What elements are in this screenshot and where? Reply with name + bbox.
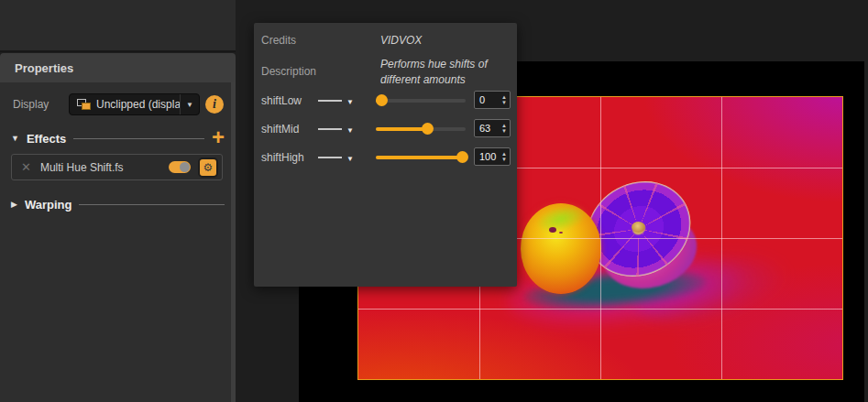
properties-title: Properties <box>15 61 73 75</box>
toggle-knob <box>180 162 190 172</box>
orange-half-center <box>632 222 645 233</box>
description-value: Performs hue shifts of different amounts <box>380 57 518 89</box>
credits-label: Credits <box>261 34 296 47</box>
upper-left-panel <box>0 0 236 52</box>
effect-name: Multi Hue Shift.fs <box>40 161 169 174</box>
display-dropdown[interactable]: Unclipped (displa ▼ <box>69 93 200 115</box>
param-label: shiftLow <box>261 94 302 107</box>
info-icon[interactable]: i <box>205 95 224 114</box>
param-value-field[interactable]: 63 ▲▼ <box>474 119 511 137</box>
gear-icon[interactable]: ⚙ <box>198 158 218 178</box>
spinner-down-icon[interactable]: ▼ <box>501 158 507 162</box>
param-row-shifthigh: shiftHigh ▼ 100 ▲▼ <box>254 148 517 167</box>
chevron-right-icon: ▶ <box>11 200 17 209</box>
param-label: shiftHigh <box>261 151 304 164</box>
curve-dropdown-icon[interactable]: ▼ <box>346 155 354 163</box>
properties-panel: Display Unclipped (displa ▼ i ▼ Effects … <box>0 82 236 402</box>
param-value-field[interactable]: 100 ▲▼ <box>474 147 511 166</box>
curve-dropdown-icon[interactable]: ▼ <box>346 98 354 106</box>
spinner-up-icon[interactable]: ▲ <box>501 124 507 128</box>
add-effect-button[interactable]: + <box>212 128 225 147</box>
spinner-up-icon[interactable]: ▲ <box>501 152 507 157</box>
param-label: shiftMid <box>261 123 299 136</box>
section-divider <box>73 138 204 139</box>
param-value[interactable]: 63 <box>475 123 501 134</box>
effect-row[interactable]: ✕ Multi Hue Shift.fs ⚙ <box>11 154 223 180</box>
param-value[interactable]: 0 <box>475 94 501 105</box>
slider-knob[interactable] <box>456 151 468 163</box>
param-value[interactable]: 100 <box>475 151 501 162</box>
curve-line-icon[interactable] <box>318 128 342 130</box>
spinner-up-icon[interactable]: ▲ <box>501 95 507 100</box>
curve-line-icon[interactable] <box>318 157 342 158</box>
description-label: Description <box>261 65 316 78</box>
properties-header: Properties <box>0 53 236 82</box>
warping-title: Warping <box>25 198 72 212</box>
display-dropdown-value: Unclipped (displa <box>96 98 180 111</box>
param-row-shiftmid: shiftMid ▼ 63 ▲▼ <box>254 120 517 138</box>
grid-line <box>358 309 842 310</box>
spinner-down-icon[interactable]: ▼ <box>501 129 507 134</box>
param-slider[interactable] <box>376 99 466 103</box>
effect-enable-toggle[interactable] <box>169 161 191 173</box>
layers-icon <box>77 99 91 111</box>
warping-section-header[interactable]: ▶ Warping <box>0 194 236 214</box>
app-window: Properties Display Unclipped (displa ▼ i… <box>0 0 868 402</box>
param-slider[interactable] <box>376 127 466 131</box>
slider-knob[interactable] <box>376 94 388 106</box>
orange-stem-specks <box>549 227 556 233</box>
section-divider <box>79 204 225 205</box>
credits-value: VIDVOX <box>380 34 422 47</box>
display-label: Display <box>13 93 49 115</box>
param-slider[interactable] <box>376 156 466 159</box>
effect-inspector-popup: Credits VIDVOX Description Performs hue … <box>254 23 517 287</box>
param-value-field[interactable]: 0 ▲▼ <box>474 91 511 109</box>
param-row-shiftlow: shiftLow ▼ 0 ▲▼ <box>254 92 517 110</box>
slider-knob[interactable] <box>422 123 434 135</box>
spinner-down-icon[interactable]: ▼ <box>501 101 507 105</box>
chevron-down-icon[interactable]: ▼ <box>180 94 199 114</box>
chevron-down-icon: ▼ <box>11 134 19 143</box>
curve-dropdown-icon[interactable]: ▼ <box>346 126 354 135</box>
curve-line-icon[interactable] <box>318 100 342 102</box>
effects-title: Effects <box>27 132 66 146</box>
slider-fill <box>376 156 462 159</box>
close-icon[interactable]: ✕ <box>21 160 31 174</box>
effects-section-header[interactable]: ▼ Effects + <box>0 128 236 148</box>
display-row: Display Unclipped (displa ▼ i <box>0 93 236 115</box>
slider-fill <box>376 127 427 131</box>
